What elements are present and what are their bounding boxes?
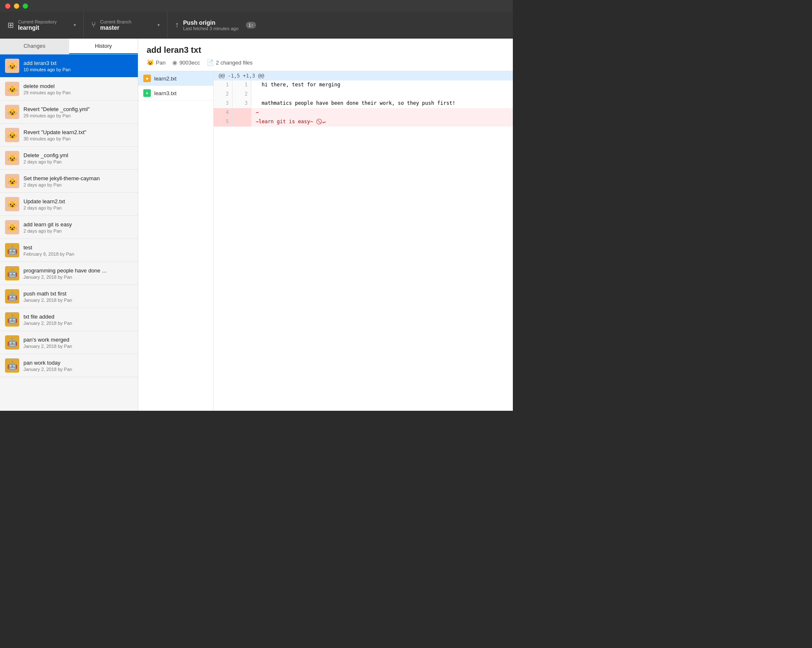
commit-list: 😺add leran3 txt10 minutes ago by Pan😺del… xyxy=(0,54,138,411)
avatar: 😺 xyxy=(5,59,19,73)
file-status-badge: + xyxy=(143,89,151,97)
diff-line-new-num: 3 xyxy=(233,99,251,108)
commit-item[interactable]: 😺Update learn2.txt2 days ago by Pan xyxy=(0,193,138,216)
commit-item[interactable]: 🤖testFebruary 9, 2018 by Pan xyxy=(0,239,138,262)
avatar: 🤖 xyxy=(5,266,19,280)
hash-icon: ◉ xyxy=(172,59,177,66)
repo-name: learngit xyxy=(18,24,57,31)
commit-item-title: test xyxy=(23,244,133,251)
commit-item-title: Update learn2.txt xyxy=(23,198,133,205)
main-area: Changes History 😺add leran3 txt10 minute… xyxy=(0,39,513,411)
close-button[interactable] xyxy=(5,3,10,9)
commit-item[interactable]: 🤖push math txt firstJanuary 2, 2018 by P… xyxy=(0,285,138,308)
diff-line-old-num: 2 xyxy=(214,90,233,99)
diff-line: 11 hi there, test for merging xyxy=(214,80,513,90)
commit-item[interactable]: 😺Delete _config.yml2 days ago by Pan xyxy=(0,147,138,170)
sidebar-tabs: Changes History xyxy=(0,39,138,54)
diff-line: 33 mathmatics people have been done thei… xyxy=(214,99,513,108)
commit-item-title: pan work today xyxy=(23,360,133,366)
branch-dropdown-arrow: ▾ xyxy=(154,23,160,27)
toolbar: ⊞ Current Repository learngit ▾ ⑂ Curren… xyxy=(0,12,513,39)
push-icon: ↑ xyxy=(175,21,179,29)
commit-item-title: push math txt first xyxy=(23,290,133,297)
commit-item-meta: January 2, 2018 by Pan xyxy=(23,367,133,372)
diff-line-old-num: 3 xyxy=(214,99,233,108)
diff-line-content xyxy=(251,90,513,99)
commit-item-title: Revert "Delete _config.yml" xyxy=(23,106,133,112)
content-panel: add leran3 txt 😺 Pan ◉ 9003ecc 📄 2 chang… xyxy=(138,39,513,411)
commit-item-title: Set theme jekyll-theme-cayman xyxy=(23,175,133,181)
diff-line-new-num xyxy=(233,108,251,117)
push-text: Push origin Last fetched 3 minutes ago xyxy=(183,19,238,31)
commit-info: txt file addedJanuary 2, 2018 by Pan xyxy=(23,314,133,326)
diff-line-new-num xyxy=(233,117,251,127)
current-branch-section[interactable]: ⑂ Current Branch master ▾ xyxy=(84,12,168,38)
commit-item[interactable]: 😺delete model29 minutes ago by Pan xyxy=(0,78,138,101)
commit-item-title: add leran3 txt xyxy=(23,60,133,66)
file-name: learn3.txt xyxy=(154,90,176,96)
diff-line-old-num: 5 xyxy=(214,117,233,127)
commit-item-meta: 29 minutes ago by Pan xyxy=(23,90,133,95)
author-icon: 😺 xyxy=(147,59,154,66)
diff-line-new-num: 2 xyxy=(233,90,251,99)
titlebar xyxy=(0,0,513,12)
branch-text: Current Branch master xyxy=(100,19,132,31)
commit-info: pan's work mergedJanuary 2, 2018 by Pan xyxy=(23,337,133,349)
commit-item[interactable]: 😺Revert "Delete _config.yml"29 minutes a… xyxy=(0,101,138,124)
minimize-button[interactable] xyxy=(14,3,19,9)
commit-item-meta: 10 minutes ago by Pan xyxy=(23,67,133,72)
commit-item[interactable]: 😺add learn git is easy2 days ago by Pan xyxy=(0,216,138,239)
commit-info: push math txt firstJanuary 2, 2018 by Pa… xyxy=(23,290,133,303)
commit-item[interactable]: 🤖pan work todayJanuary 2, 2018 by Pan xyxy=(0,354,138,377)
commit-title: add leran3 txt xyxy=(147,45,504,55)
commit-info: Revert "Update learn2.txt"30 minutes ago… xyxy=(23,129,133,141)
commit-info: testFebruary 9, 2018 by Pan xyxy=(23,244,133,257)
avatar: 😺 xyxy=(5,128,19,142)
avatar: 😺 xyxy=(5,197,19,211)
repo-label: Current Repository xyxy=(18,19,57,24)
commit-item-meta: 29 minutes ago by Pan xyxy=(23,113,133,118)
diff-line-content: −learn git is easy~ 🚫↵ xyxy=(251,117,513,127)
commit-info: Set theme jekyll-theme-cayman2 days ago … xyxy=(23,175,133,187)
commit-item[interactable]: 😺add leran3 txt10 minutes ago by Pan xyxy=(0,54,138,78)
commit-item[interactable]: 🤖txt file addedJanuary 2, 2018 by Pan xyxy=(0,308,138,331)
commit-item-title: add learn git is easy xyxy=(23,221,133,228)
diff-line-old-num: 1 xyxy=(214,80,233,90)
commit-item-title: txt file added xyxy=(23,314,133,320)
push-sublabel: Last fetched 3 minutes ago xyxy=(183,26,238,31)
current-repo-section[interactable]: ⊞ Current Repository learngit ▾ xyxy=(0,12,84,38)
changed-files: 📄 2 changed files xyxy=(207,59,252,66)
tab-history[interactable]: History xyxy=(69,39,138,54)
commit-item[interactable]: 🤖programming people have done ...January… xyxy=(0,262,138,285)
diff-line-old-num: 4 xyxy=(214,108,233,117)
commit-author-name: Pan xyxy=(156,60,166,66)
commit-header: add leran3 txt 😺 Pan ◉ 9003ecc 📄 2 chang… xyxy=(138,39,513,71)
commit-item-title: delete model xyxy=(23,83,133,89)
commit-info: add leran3 txt10 minutes ago by Pan xyxy=(23,60,133,72)
push-origin-section[interactable]: ↑ Push origin Last fetched 3 minutes ago… xyxy=(168,12,264,38)
commit-item-meta: January 2, 2018 by Pan xyxy=(23,321,133,326)
commit-item[interactable]: 😺Set theme jekyll-theme-cayman2 days ago… xyxy=(0,170,138,193)
avatar: 🤖 xyxy=(5,358,19,373)
maximize-button[interactable] xyxy=(23,3,28,9)
file-list: ●learn2.txt+learn3.txt xyxy=(138,71,214,411)
commit-item-meta: 2 days ago by Pan xyxy=(23,205,133,210)
commit-item[interactable]: 😺Revert "Update learn2.txt"30 minutes ag… xyxy=(0,124,138,147)
avatar: 😺 xyxy=(5,174,19,188)
commit-item-meta: January 2, 2018 by Pan xyxy=(23,275,133,280)
file-item[interactable]: ●learn2.txt xyxy=(138,71,213,86)
file-status-badge: ● xyxy=(143,75,151,82)
commit-hash-value: 9003ecc xyxy=(179,60,200,66)
repo-icon: ⊞ xyxy=(8,21,14,30)
commit-item-meta: February 9, 2018 by Pan xyxy=(23,251,133,257)
avatar: 😺 xyxy=(5,220,19,234)
avatar: 🤖 xyxy=(5,289,19,303)
file-item[interactable]: +learn3.txt xyxy=(138,86,213,101)
repo-text: Current Repository learngit xyxy=(18,19,57,31)
diff-view: @@ -1,5 +1,3 @@11 hi there, test for mer… xyxy=(214,71,513,411)
commit-item[interactable]: 🤖pan's work mergedJanuary 2, 2018 by Pan xyxy=(0,331,138,354)
commit-info: Update learn2.txt2 days ago by Pan xyxy=(23,198,133,210)
tab-changes[interactable]: Changes xyxy=(0,39,69,54)
commit-item-title: Delete _config.yml xyxy=(23,152,133,158)
diff-hunk-header: @@ -1,5 +1,3 @@ xyxy=(214,71,513,80)
